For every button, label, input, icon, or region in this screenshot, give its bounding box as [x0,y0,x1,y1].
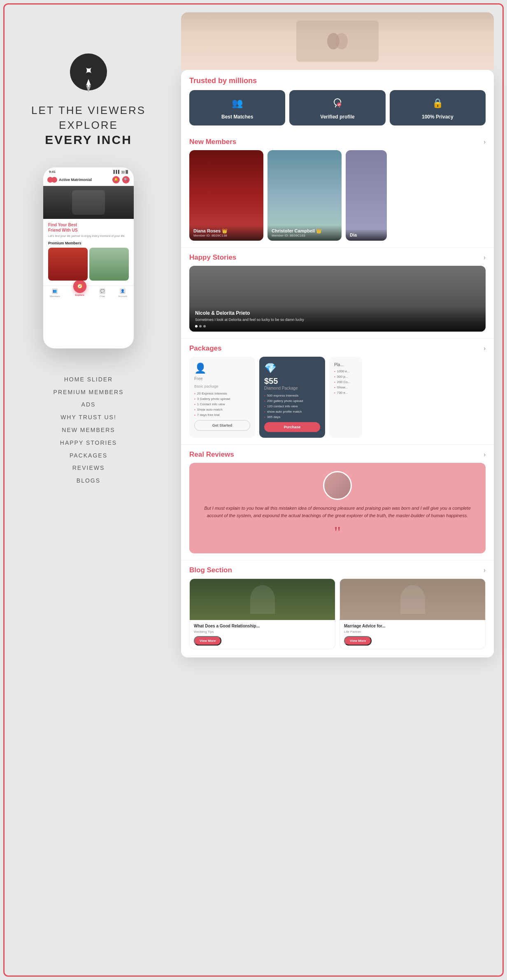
diamond-feature-3: 120 contact info view [264,404,320,408]
happy-stories-arrow[interactable]: › [484,254,486,261]
review-text: But I must explain to you how all this m… [198,505,477,519]
phone-hero-image [43,186,134,219]
phone-member-2 [89,248,129,281]
trusted-card-privacy: 🔒 100% Privacy [390,90,486,125]
reviews-arrow[interactable]: › [484,451,486,458]
compass-icon [70,53,107,91]
free-feature-1: 20 Express Interests [194,392,250,395]
story-dot-3 [203,325,206,327]
blog-btn-1[interactable]: View More [194,636,221,646]
free-package-name: Free [194,376,250,381]
tagline-bold: EVERY INCH [45,133,132,147]
diamond-feature-4: show auto profile match [264,410,320,413]
feature-new-members: NEW MEMBERS [53,424,124,437]
right-panel: Trusted by millions 👥 Best Matches [173,0,506,678]
blog-section: Blog Section › What Does a Good Relation… [181,560,494,657]
story-names: Nicole & Delorita Prieto [195,310,480,316]
blog-title-2: Marriage Advice for... [344,623,481,629]
feature-packages: PACKAGES [53,449,124,462]
story-overlay: Nicole & Delorita Prieto Sometimes I loo… [189,306,486,332]
plus-feature-5: 730 e... [334,391,357,395]
new-members-title: New Members [189,138,236,146]
trusted-card-privacy-label: 100% Privacy [422,114,454,120]
story-dot-2 [199,325,202,327]
privacy-icon: 🔒 [430,96,445,111]
member-card-dia[interactable]: Dia [346,150,387,241]
free-feature-4: Show auto match [194,408,250,411]
member-id-diana: Member ID: 8E09C138 [193,234,259,237]
feature-happy-stories: HAPPY STORIES [53,437,124,449]
best-matches-icon: 👥 [230,96,245,111]
blog-category-2: Life Partner [344,630,481,634]
tagline-upper: LET THE VIEWERS EXPLORE [31,103,146,133]
blog-btn-2[interactable]: View More [344,636,372,646]
nav-members[interactable]: 👥 Members [50,288,60,297]
free-package-icon: 👤 [194,362,250,374]
phone-member-1 [48,248,88,281]
phone-header-icons: 🔔 🔍 [112,176,130,183]
phone-premium-label: Premium Members [48,241,129,245]
trusted-card-verified-label: Verified profile [320,114,354,120]
review-card: But I must explain to you how all this m… [189,463,486,553]
packages-arrow[interactable]: › [484,345,486,352]
story-card: Nicole & Delorita Prieto Sometimes I loo… [189,266,486,332]
blog-card-2: Marriage Advice for... Life Partner View… [340,578,486,649]
plus-package-name: Pla... [334,362,357,367]
packages-header: Packages › [181,339,494,357]
trusted-title: Trusted by millions [189,77,486,85]
blog-title-1: What Does a Good Relationship... [194,623,331,629]
member-card-christofer[interactable]: Christofer Campbell 👑 Member ID: 8E09C16… [267,150,342,241]
blog-img-2 [340,579,485,620]
free-feature-3: 1 Contact info view [194,402,250,406]
verified-icon [330,96,345,111]
notification-icon[interactable]: 🔔 [112,176,120,183]
blog-card-1: What Does a Good Relationship... Wedding… [189,578,335,649]
free-feature-2: 3 Gallery photo upload [194,397,250,401]
packages-section: Packages › 👤 Free Basic package 20 Expre… [181,338,494,444]
blog-category-1: Wedding Tips [194,630,331,634]
diamond-price: $55 [264,376,320,386]
member-name-dia: Dia [350,232,383,237]
nav-explore[interactable]: 🧭 [73,280,86,293]
members-grid: Diana Roses 👑 Member ID: 8E09C138 Christ… [181,150,494,247]
free-package-btn[interactable]: Get Started [194,420,250,431]
member-card-diana[interactable]: Diana Roses 👑 Member ID: 8E09C138 [189,150,263,241]
trusted-card-matches-label: Best Matches [221,114,253,120]
phone-status-bar: 9:41 ▌▌▌ ))) ▓ [43,167,134,174]
blog-grid: What Does a Good Relationship... Wedding… [181,578,494,657]
new-members-arrow[interactable]: › [484,138,486,146]
reviews-header: Real Reviews › [181,445,494,463]
review-quote-icon: " [334,524,341,541]
diamond-feature-5: 365 days [264,415,320,419]
trusted-section: Trusted by millions 👥 Best Matches [181,70,494,132]
phone-nav: 👥 Members 🧭 Explore 💬 Chat 👤 Account [43,286,134,300]
reviews-title: Real Reviews [189,451,234,459]
member-info-christofer: Christofer Campbell 👑 Member ID: 8E09C16… [267,225,342,241]
nav-chat[interactable]: 💬 Chat [100,288,105,297]
reviews-section: Real Reviews › But I must explain to you… [181,444,494,553]
blog-img-1 [190,579,335,620]
svg-point-4 [335,33,348,49]
nav-account[interactable]: 👤 Account [118,288,127,297]
story-dots [195,325,480,327]
blog-header: Blog Section › [181,560,494,578]
diamond-package-name: Diamond Package [264,386,320,390]
search-icon-phone[interactable]: 🔍 [122,176,130,183]
app-screen: Trusted by millions 👥 Best Matches [181,70,494,657]
diamond-package-btn[interactable]: Purchase [264,422,320,432]
free-feature-5: 7 days free trial [194,413,250,417]
free-package-subtitle: Basic package [194,384,250,388]
plus-feature-4: Show... [334,385,357,389]
phone-header: Active Matrimonial 🔔 🔍 [43,174,134,186]
blog-content-1: What Does a Good Relationship... Wedding… [190,620,335,649]
feature-list: HOME SLIDER PREMIUM MEMBERS ADS WHY TRUS… [53,373,124,487]
trusted-card-verified: Verified profile [289,90,385,125]
reviewer-avatar [323,471,352,500]
blog-title: Blog Section [189,566,232,574]
blog-arrow[interactable]: › [484,567,486,574]
trusted-cards: 👥 Best Matches Verified profile [189,90,486,125]
phone-members-grid [48,248,129,281]
trusted-card-matches: 👥 Best Matches [189,90,285,125]
member-id-christofer: Member ID: 8E09C163 [272,234,337,237]
phone-logo: Active Matrimonial [47,177,92,183]
